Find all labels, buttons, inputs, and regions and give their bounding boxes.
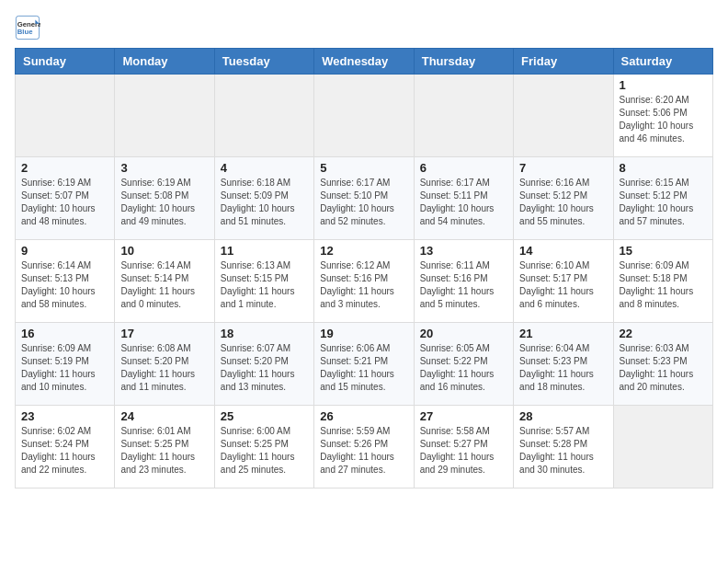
calendar-cell: 14Sunrise: 6:10 AMSunset: 5:17 PMDayligh… [514,240,613,323]
day-info: Sunrise: 6:11 AMSunset: 5:16 PMDaylight:… [420,259,507,311]
calendar-cell [16,75,115,157]
day-info: Sunrise: 6:12 AMSunset: 5:16 PMDaylight:… [320,259,407,311]
day-number: 16 [21,327,108,340]
day-info: Sunrise: 6:03 AMSunset: 5:23 PMDaylight:… [620,342,707,394]
calendar-cell: 19Sunrise: 6:06 AMSunset: 5:21 PMDayligh… [314,323,414,406]
calendar-cell: 10Sunrise: 6:14 AMSunset: 5:14 PMDayligh… [115,240,214,323]
weekday-header-wednesday: Wednesday [314,49,414,75]
day-number: 14 [519,244,607,258]
day-info: Sunrise: 6:06 AMSunset: 5:21 PMDaylight:… [320,342,407,394]
day-number: 2 [21,161,108,175]
day-info: Sunrise: 6:20 AMSunset: 5:06 PMDaylight:… [620,94,707,145]
day-info: Sunrise: 6:01 AMSunset: 5:25 PMDaylight:… [120,425,208,477]
calendar-cell: 7Sunrise: 6:16 AMSunset: 5:12 PMDaylight… [514,157,613,240]
day-info: Sunrise: 6:15 AMSunset: 5:12 PMDaylight:… [620,177,707,228]
day-number: 12 [320,244,407,258]
day-number: 28 [519,409,607,423]
day-number: 3 [120,161,208,175]
day-number: 17 [120,327,208,340]
calendar-cell: 23Sunrise: 6:02 AMSunset: 5:24 PMDayligh… [16,406,115,488]
day-info: Sunrise: 5:59 AMSunset: 5:26 PMDaylight:… [320,425,407,477]
calendar-cell: 4Sunrise: 6:18 AMSunset: 5:09 PMDaylight… [214,157,313,240]
day-number: 1 [620,78,707,92]
calendar-cell: 18Sunrise: 6:07 AMSunset: 5:20 PMDayligh… [214,323,313,406]
day-number: 24 [120,409,208,423]
day-number: 18 [221,327,308,340]
day-info: Sunrise: 6:02 AMSunset: 5:24 PMDaylight:… [21,425,108,477]
day-number: 11 [221,244,308,258]
day-info: Sunrise: 6:18 AMSunset: 5:09 PMDaylight:… [221,177,308,228]
calendar-cell: 22Sunrise: 6:03 AMSunset: 5:23 PMDayligh… [613,323,712,406]
weekday-header-friday: Friday [514,49,613,75]
day-number: 23 [21,409,108,423]
page-header: General Blue [15,15,713,40]
day-number: 9 [21,244,108,258]
calendar-cell [414,75,513,157]
logo-icon: General Blue [15,15,40,40]
day-number: 25 [221,409,308,423]
day-info: Sunrise: 6:17 AMSunset: 5:10 PMDaylight:… [320,177,407,228]
day-number: 15 [620,244,707,258]
weekday-header-sunday: Sunday [16,49,115,75]
day-number: 7 [519,161,607,175]
calendar-cell: 11Sunrise: 6:13 AMSunset: 5:15 PMDayligh… [214,240,313,323]
calendar-cell [115,75,214,157]
day-number: 5 [320,161,407,175]
day-info: Sunrise: 6:05 AMSunset: 5:22 PMDaylight:… [420,342,507,394]
day-number: 10 [120,244,208,258]
calendar-cell [613,406,712,488]
day-number: 20 [420,327,507,340]
weekday-header-tuesday: Tuesday [214,49,313,75]
day-info: Sunrise: 6:19 AMSunset: 5:08 PMDaylight:… [120,177,208,228]
day-info: Sunrise: 6:19 AMSunset: 5:07 PMDaylight:… [21,177,108,228]
day-info: Sunrise: 6:14 AMSunset: 5:14 PMDaylight:… [120,259,208,311]
calendar-cell: 20Sunrise: 6:05 AMSunset: 5:22 PMDayligh… [414,323,513,406]
weekday-header-saturday: Saturday [613,49,712,75]
day-number: 27 [420,409,507,423]
day-number: 6 [420,161,507,175]
calendar-cell: 17Sunrise: 6:08 AMSunset: 5:20 PMDayligh… [115,323,214,406]
svg-text:General: General [17,20,40,29]
calendar-cell: 25Sunrise: 6:00 AMSunset: 5:25 PMDayligh… [214,406,313,488]
weekday-header-thursday: Thursday [414,49,513,75]
calendar-cell: 15Sunrise: 6:09 AMSunset: 5:18 PMDayligh… [613,240,712,323]
calendar-cell: 26Sunrise: 5:59 AMSunset: 5:26 PMDayligh… [314,406,414,488]
day-info: Sunrise: 6:08 AMSunset: 5:20 PMDaylight:… [120,342,208,394]
day-info: Sunrise: 5:58 AMSunset: 5:27 PMDaylight:… [420,425,507,477]
calendar-cell [514,75,613,157]
day-number: 22 [620,327,707,340]
svg-text:Blue: Blue [17,28,33,36]
day-info: Sunrise: 6:00 AMSunset: 5:25 PMDaylight:… [221,425,308,477]
day-number: 13 [420,244,507,258]
day-info: Sunrise: 6:16 AMSunset: 5:12 PMDaylight:… [519,177,607,228]
day-number: 8 [620,161,707,175]
day-number: 4 [221,161,308,175]
day-info: Sunrise: 6:07 AMSunset: 5:20 PMDaylight:… [221,342,308,394]
day-number: 26 [320,409,407,423]
calendar-cell: 6Sunrise: 6:17 AMSunset: 5:11 PMDaylight… [414,157,513,240]
day-number: 19 [320,327,407,340]
day-info: Sunrise: 6:09 AMSunset: 5:19 PMDaylight:… [21,342,108,394]
calendar: SundayMondayTuesdayWednesdayThursdayFrid… [15,48,713,488]
calendar-cell: 5Sunrise: 6:17 AMSunset: 5:10 PMDaylight… [314,157,414,240]
calendar-cell: 1Sunrise: 6:20 AMSunset: 5:06 PMDaylight… [613,75,712,157]
calendar-cell: 9Sunrise: 6:14 AMSunset: 5:13 PMDaylight… [16,240,115,323]
day-info: Sunrise: 6:13 AMSunset: 5:15 PMDaylight:… [221,259,308,311]
logo: General Blue [15,15,40,40]
calendar-cell: 12Sunrise: 6:12 AMSunset: 5:16 PMDayligh… [314,240,414,323]
calendar-cell: 21Sunrise: 6:04 AMSunset: 5:23 PMDayligh… [514,323,613,406]
calendar-cell: 24Sunrise: 6:01 AMSunset: 5:25 PMDayligh… [115,406,214,488]
calendar-cell [314,75,414,157]
day-number: 21 [519,327,607,340]
weekday-header-monday: Monday [115,49,214,75]
day-info: Sunrise: 5:57 AMSunset: 5:28 PMDaylight:… [519,425,607,477]
calendar-cell: 3Sunrise: 6:19 AMSunset: 5:08 PMDaylight… [115,157,214,240]
calendar-cell: 16Sunrise: 6:09 AMSunset: 5:19 PMDayligh… [16,323,115,406]
calendar-cell: 2Sunrise: 6:19 AMSunset: 5:07 PMDaylight… [16,157,115,240]
calendar-cell [214,75,313,157]
calendar-cell: 13Sunrise: 6:11 AMSunset: 5:16 PMDayligh… [414,240,513,323]
day-info: Sunrise: 6:17 AMSunset: 5:11 PMDaylight:… [420,177,507,228]
day-info: Sunrise: 6:10 AMSunset: 5:17 PMDaylight:… [519,259,607,311]
day-info: Sunrise: 6:09 AMSunset: 5:18 PMDaylight:… [620,259,707,311]
day-info: Sunrise: 6:14 AMSunset: 5:13 PMDaylight:… [21,259,108,311]
